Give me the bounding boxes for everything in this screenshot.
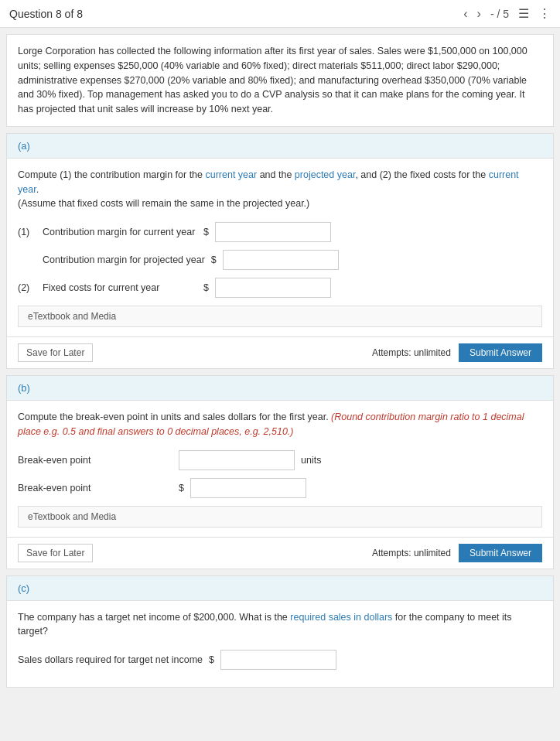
question-label: Question 8 of 8 [9,8,460,20]
row-fixed-costs: (2) Fixed costs for current year $ [18,278,542,298]
section-a-panel: (a) Compute (1) the contribution margin … [6,133,554,369]
next-question-button[interactable]: › [474,6,484,22]
instruction-a-highlight1: current year [205,169,257,180]
row-breakeven-dollars: Break-even point $ [18,478,542,498]
label-contribution-current: Contribution margin for current year [43,227,197,237]
label-fixed-costs: Fixed costs for current year [43,282,197,293]
attempts-b-label: Attempts: unlimited [372,548,451,558]
section-a-header: (a) [7,134,553,159]
row-contribution-projected: Contribution margin for projected year $ [18,250,542,270]
row-num-2: (2) [18,282,36,293]
dollar-c: $ [209,654,214,665]
dollar-2: $ [211,254,217,265]
dollar-3: $ [203,282,209,293]
instruction-a-highlight2: projected year [295,169,356,180]
prev-question-button[interactable]: ‹ [460,6,470,22]
input-sales-target[interactable] [220,650,336,670]
section-a-body: Compute (1) the contribution margin for … [7,159,553,336]
instruction-a-line2: (Assume that fixed costs will remain the… [18,198,309,209]
row-sales-target: Sales dollars required for target net in… [18,650,542,670]
section-c-body: The company has a target net income of $… [7,601,553,688]
row-contribution-current: (1) Contribution margin for current year… [18,222,542,242]
section-c-header: (c) [7,576,553,601]
instruction-c-highlight: required sales in dollars [290,612,392,623]
question-nav: ‹ › [460,6,484,22]
section-a-instruction: Compute (1) the contribution margin for … [18,168,542,211]
section-b-body: Compute the break-even point in units an… [7,401,553,537]
section-a-label: (a) [18,140,30,152]
input-breakeven-units[interactable] [179,450,295,470]
submit-b-button[interactable]: Submit Answer [459,544,542,562]
dollar-b: $ [179,483,184,493]
save-later-a-button[interactable]: Save for Later [18,343,93,362]
list-icon-button[interactable]: ☰ [518,6,529,21]
row-breakeven-units: Break-even point units [18,450,542,470]
instruction-b-part1: Compute the break-even point in units an… [18,411,331,422]
instruction-a-part1: Compute (1) the contribution margin for … [18,169,205,180]
input-contribution-current[interactable] [215,222,331,242]
row-num-1: (1) [18,227,36,237]
input-breakeven-dollars[interactable] [190,478,306,498]
problem-text: Lorge Corporation has collected the foll… [18,46,528,114]
section-c-instruction: The company has a target net income of $… [18,610,542,640]
footer-a: Save for Later Attempts: unlimited Submi… [7,336,553,368]
attempts-a-label: Attempts: unlimited [372,347,451,358]
etextbook-a: eTextbook and Media [18,306,542,327]
section-b-header: (b) [7,376,553,401]
input-fixed-costs[interactable] [215,278,331,298]
dollar-1: $ [203,227,209,237]
instruction-a-part2: and the [257,169,295,180]
label-sales-target: Sales dollars required for target net in… [18,654,203,665]
label-contribution-projected: Contribution margin for projected year [43,254,205,265]
problem-text-box: Lorge Corporation has collected the foll… [6,34,554,127]
etextbook-a-label: eTextbook and Media [28,311,116,322]
section-c-label: (c) [18,582,29,594]
etextbook-b-label: eTextbook and Media [28,511,116,522]
section-c-panel: (c) The company has a target net income … [6,575,554,688]
section-b-instruction: Compute the break-even point in units an… [18,410,542,439]
instruction-a-part4: . [36,184,39,195]
footer-a-right: Attempts: unlimited Submit Answer [372,343,542,362]
footer-b: Save for Later Attempts: unlimited Submi… [7,537,553,569]
save-later-b-button[interactable]: Save for Later [18,544,93,562]
page-header: Question 8 of 8 ‹ › - / 5 ☰ ⋮ [0,0,560,28]
section-b-label: (b) [18,382,30,394]
label-breakeven-dollars: Break-even point [18,483,172,493]
header-right: - / 5 ☰ ⋮ [490,6,551,21]
etextbook-b: eTextbook and Media [18,506,542,528]
section-b-panel: (b) Compute the break-even point in unit… [6,375,554,569]
more-options-button[interactable]: ⋮ [538,6,551,21]
footer-b-right: Attempts: unlimited Submit Answer [372,544,542,562]
units-label: units [301,455,321,466]
instruction-c-part1: The company has a target net income of $… [18,612,290,623]
score-label: - / 5 [490,8,509,20]
submit-a-button[interactable]: Submit Answer [459,343,542,362]
label-breakeven-units: Break-even point [18,455,172,466]
instruction-a-part3: , and (2) the fixed costs for the [355,169,488,180]
input-contribution-projected[interactable] [223,250,339,270]
